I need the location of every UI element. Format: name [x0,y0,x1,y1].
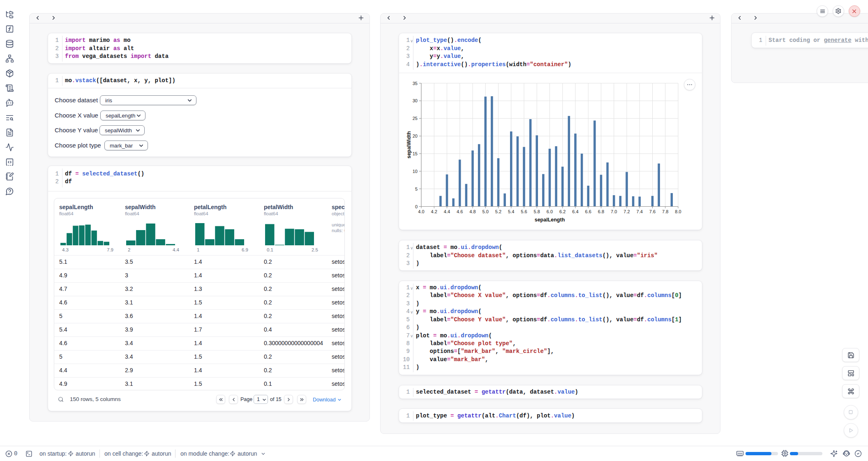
svg-text:5.6: 5.6 [521,209,527,214]
svg-text:4.6: 4.6 [457,209,463,214]
svg-text:4.4: 4.4 [444,209,450,214]
svg-text:5.4: 5.4 [508,209,514,214]
svg-text:10: 10 [413,169,418,174]
svg-text:25: 25 [413,116,418,121]
svg-text:6.8: 6.8 [598,209,604,214]
svg-text:7.6: 7.6 [649,209,656,214]
svg-text:6.0: 6.0 [547,209,553,214]
svg-text:5.2: 5.2 [495,209,501,214]
svg-text:4.8: 4.8 [469,209,476,214]
svg-text:15: 15 [413,151,418,156]
svg-text:5.0: 5.0 [482,209,489,214]
svg-text:35: 35 [413,81,418,86]
svg-text:sepalLength: sepalLength [535,217,565,223]
svg-text:7.8: 7.8 [662,209,668,214]
svg-text:7.2: 7.2 [623,209,630,214]
svg-text:5: 5 [415,187,418,191]
svg-text:4.0: 4.0 [418,209,424,214]
svg-text:8.0: 8.0 [675,209,681,214]
svg-text:4.2: 4.2 [431,209,437,214]
svg-text:30: 30 [413,98,418,103]
svg-text:5.8: 5.8 [534,209,540,214]
svg-text:6.4: 6.4 [572,209,578,214]
svg-text:7.0: 7.0 [611,209,617,214]
svg-text:6.2: 6.2 [559,209,566,214]
svg-text:7.4: 7.4 [637,209,643,214]
svg-text:0: 0 [415,204,418,209]
svg-text:20: 20 [413,134,418,138]
svg-text:sepalWidth: sepalWidth [406,131,412,159]
svg-text:6.6: 6.6 [585,209,591,214]
